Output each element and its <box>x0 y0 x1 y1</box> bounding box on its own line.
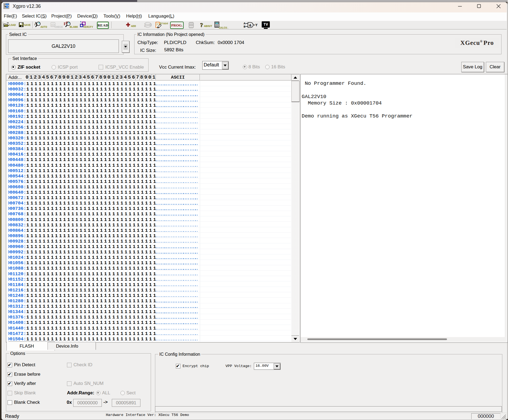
svg-text:RAM: RAM <box>144 23 152 27</box>
svg-text:?: ? <box>200 22 203 28</box>
svg-text:B: B <box>244 25 245 28</box>
svg-text:&: & <box>249 23 251 27</box>
svg-text:F: F <box>66 21 68 25</box>
svg-text:A: A <box>244 22 245 25</box>
svg-text:Y: Y <box>255 23 258 27</box>
